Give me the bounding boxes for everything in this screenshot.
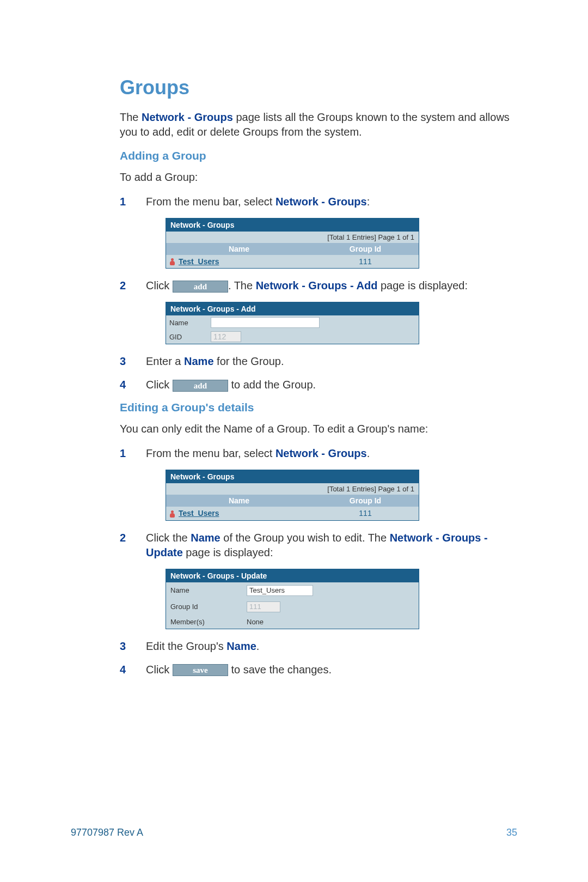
menu-path: Network - Groups <box>275 447 367 459</box>
adding-step-1: 1 From the menu bar, select Network - Gr… <box>120 194 517 209</box>
text: Enter a <box>146 355 184 367</box>
group-icon <box>169 510 177 518</box>
network-groups-term: Network - Groups <box>142 111 233 123</box>
name-label: Name <box>170 586 241 594</box>
menu-path: Network - Groups <box>275 196 367 208</box>
gid-field[interactable]: 112 <box>211 331 241 342</box>
text: The <box>120 111 142 123</box>
add-button[interactable]: add <box>173 380 228 392</box>
members-label: Member(s) <box>170 618 241 626</box>
screenshot-network-groups-list-2: Network - Groups [Total 1 Entries] Page … <box>166 470 517 520</box>
page-title: Groups <box>120 76 517 99</box>
text: . <box>367 447 370 459</box>
document-id: 97707987 Rev A <box>71 827 143 838</box>
members-value: None <box>247 618 264 626</box>
group-id-field: 111 <box>247 601 280 612</box>
text: . <box>256 640 260 652</box>
column-header-group-id: Group Id <box>312 243 419 255</box>
text: Click the <box>146 532 191 544</box>
intro-paragraph: The Network - Groups page lists all the … <box>120 110 517 139</box>
adding-lead: To add a Group: <box>120 170 517 185</box>
adding-step-4: 4 Click add to add the Group. <box>120 378 517 392</box>
step-number: 4 <box>120 662 146 677</box>
text: Click <box>146 279 173 291</box>
text: to add the Group. <box>228 379 316 391</box>
column-header-name: Name <box>166 495 312 507</box>
text: page is displayed: <box>377 279 468 291</box>
text: to save the changes. <box>228 664 332 676</box>
editing-step-2: 2 Click the Name of the Group you wish t… <box>120 531 517 560</box>
panel-title: Network - Groups - Update <box>166 569 419 582</box>
screenshot-network-groups-add: Network - Groups - Add Name GID 112 <box>166 302 517 344</box>
step-number: 1 <box>120 194 146 209</box>
field-name: Name <box>226 640 256 652</box>
text: Edit the Group's <box>146 640 226 652</box>
group-id-value: 111 <box>312 507 419 520</box>
editing-step-4: 4 Click save to save the changes. <box>120 662 517 677</box>
editing-group-heading: Editing a Group's details <box>120 401 517 414</box>
editing-lead: You can only edit the Name of a Group. T… <box>120 422 517 436</box>
screenshot-network-groups-list: Network - Groups [Total 1 Entries] Page … <box>166 218 517 269</box>
panel-title: Network - Groups <box>166 218 419 232</box>
text: page is displayed: <box>183 546 273 558</box>
step-number: 2 <box>120 278 146 293</box>
text: of the Group you wish to edit. The <box>220 532 390 544</box>
text: : <box>367 196 370 208</box>
panel-pagination: [Total 1 Entries] Page 1 of 1 <box>166 232 419 243</box>
screenshot-network-groups-update: Network - Groups - Update Name Test_User… <box>166 569 517 629</box>
panel-title: Network - Groups - Add <box>166 302 419 315</box>
text: Click <box>146 379 173 391</box>
add-button[interactable]: add <box>173 281 228 293</box>
column-header-group-id: Group Id <box>312 495 419 507</box>
step-number: 3 <box>120 354 146 369</box>
save-button[interactable]: save <box>173 664 228 676</box>
text: for the Group. <box>214 355 284 367</box>
field-name: Name <box>191 532 220 544</box>
page-footer: 97707987 Rev A 35 <box>71 827 517 838</box>
step-number: 2 <box>120 531 146 560</box>
adding-step-2: 2 Click add. The Network - Groups - Add … <box>120 278 517 293</box>
text: . The <box>228 279 256 291</box>
step-number: 4 <box>120 378 146 392</box>
name-label: Name <box>169 319 205 327</box>
group-id-value: 111 <box>312 255 419 268</box>
editing-step-1: 1 From the menu bar, select Network - Gr… <box>120 446 517 461</box>
panel-pagination: [Total 1 Entries] Page 1 of 1 <box>166 483 419 495</box>
name-field[interactable]: Test_Users <box>247 585 313 596</box>
text: From the menu bar, select <box>146 196 275 208</box>
step-number: 1 <box>120 446 146 461</box>
text: Click <box>146 664 173 676</box>
column-header-name: Name <box>166 243 312 255</box>
field-name: Name <box>184 355 213 367</box>
group-name-link[interactable]: Test_Users <box>179 257 219 266</box>
page-number: 35 <box>506 827 517 838</box>
panel-title: Network - Groups <box>166 470 419 483</box>
editing-step-3: 3 Edit the Group's Name. <box>120 639 517 654</box>
gid-label: GID <box>169 333 205 341</box>
adding-step-3: 3 Enter a Name for the Group. <box>120 354 517 369</box>
name-field[interactable] <box>211 317 320 328</box>
adding-group-heading: Adding a Group <box>120 149 517 162</box>
page-name: Network - Groups - Add <box>256 279 378 291</box>
group-id-label: Group Id <box>170 603 241 611</box>
group-icon <box>169 258 177 266</box>
step-number: 3 <box>120 639 146 654</box>
text: From the menu bar, select <box>146 447 275 459</box>
group-name-link[interactable]: Test_Users <box>179 509 219 518</box>
